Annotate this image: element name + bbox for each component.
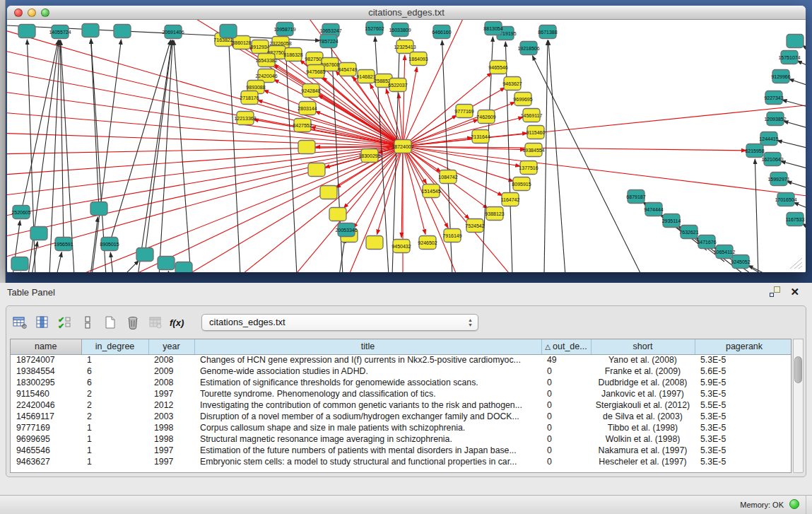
graph-node[interactable] [220,25,237,38]
graph-node[interactable]: 8905015 [100,238,119,251]
graph-node[interactable]: 15751074 [778,51,800,64]
graph-node[interactable]: 1956591 [54,238,73,251]
table-row[interactable]: 1830029562008Estimation of significance … [11,377,792,388]
graph-node[interactable]: 9242848 [301,84,320,98]
new-column-icon[interactable] [101,313,119,332]
graph-node[interactable]: 2803144 [298,102,317,115]
function-builder-icon[interactable]: f(x) [169,313,187,332]
table-row[interactable]: 977716911998Corpus callosum shape and si… [11,422,792,433]
show-columns-icon[interactable] [33,313,52,332]
graph-node[interactable]: 10958719 [273,23,295,36]
graph-node[interactable]: 1167533 [786,213,805,226]
graph-node[interactable] [90,202,107,216]
select-rows-icon[interactable]: ✔✔ [56,313,74,332]
graph-node[interactable]: 1514545 [421,185,440,198]
column-header-short[interactable]: short [591,339,695,354]
network-window[interactable]: citations_edges.txt 18724007716382288601… [7,6,806,272]
column-header-pagerank[interactable]: pagerank [695,339,792,354]
column-header-year[interactable]: year [148,339,194,354]
graph-node[interactable]: 18300295 [358,149,380,163]
graph-node[interactable] [320,186,337,199]
close-panel-icon[interactable]: ✕ [790,286,799,297]
table-row[interactable]: 946554611997Estimation of the future num… [11,445,792,456]
window-resize-grip[interactable] [787,257,803,269]
scrollbar-thumb[interactable] [794,356,802,383]
graph-node[interactable]: 2935114 [662,214,681,228]
graph-node[interactable]: 9129966 [771,70,790,83]
graph-node[interactable]: 19384554 [522,144,544,157]
graph-node[interactable]: 20053346 [335,223,357,237]
table-mode-icon[interactable]: ⚙ [11,313,29,332]
graph-node[interactable] [175,262,192,273]
graph-node[interactable]: 16033809 [389,23,411,37]
column-header-title[interactable]: title [194,339,541,354]
graph-node[interactable]: 15992971 [767,173,789,186]
graph-node[interactable]: 1164742 [501,193,520,206]
graph-node[interactable]: 7462609 [476,110,495,124]
graph-node[interactable]: 12093852 [764,112,786,126]
table-row[interactable]: 969969511998Structural magnetic resonanc… [11,433,792,445]
graph-node[interactable]: 9245052 [731,255,750,269]
table-row[interactable]: 1872400712008Changes of HCN gene express… [11,354,792,366]
graph-node[interactable]: 14055724 [49,25,71,39]
graph-node[interactable]: 6879187 [626,190,645,204]
graph-node[interactable]: 9388123 [485,207,504,221]
column-header-in_degree[interactable]: in_degree [81,339,148,354]
graph-node[interactable] [298,141,315,154]
graph-node[interactable]: 8471676 [697,235,716,249]
column-header-out_degree[interactable]: △out_de... [541,339,591,354]
graph-node[interactable]: 19218506 [517,42,539,55]
graph-node[interactable]: 7524542 [465,219,484,233]
table-row[interactable]: 1938455462009Genome-wide association stu… [11,366,792,377]
graph-node[interactable]: 9463627 [502,77,522,90]
graph-node[interactable]: 9777169 [454,105,473,118]
graph-node[interactable] [366,236,383,250]
graph-node[interactable]: 9699695 [513,93,532,106]
panel-splitter[interactable] [0,278,812,283]
row-height-icon[interactable] [78,313,97,332]
table-row[interactable]: 1456911722003Disruption of a novel membe… [11,411,792,422]
graph-node[interactable]: 9465546 [488,61,507,74]
table-select-dropdown[interactable]: citations_edges.txt ▲▼ [201,314,478,331]
window-titlebar[interactable]: citations_edges.txt [7,6,806,20]
graph-node[interactable] [329,208,346,221]
graph-node[interactable] [11,257,28,271]
graph-node[interactable]: 8215958 [745,144,764,158]
graph-node[interactable]: 7632621 [679,226,698,239]
graph-node[interactable]: 9475685 [306,65,325,78]
graph-node[interactable] [136,248,153,262]
graph-node[interactable]: 17016504 [775,193,796,206]
graph-node[interactable]: 7916149 [442,229,461,243]
import-table-icon[interactable] [146,313,165,332]
graph-node[interactable]: 2520605 [11,206,30,219]
graph-node[interactable]: 12325413 [394,40,416,54]
graph-node[interactable]: 16210643 [761,153,783,166]
graph-node[interactable]: 8454749 [338,63,357,76]
graph-node[interactable]: 8813054 [483,22,502,35]
graph-node[interactable]: 7857224 [319,35,338,48]
graph-node[interactable]: 14569117 [521,109,543,122]
graph-node[interactable]: 9227343 [764,91,783,105]
graph-node[interactable]: 1084742 [438,170,457,184]
graph-node[interactable] [30,227,47,240]
graph-node[interactable]: 6522037 [388,78,407,92]
graph-node[interactable]: 8427552 [293,119,312,132]
graph-node[interactable] [82,24,99,37]
graph-node[interactable]: 9146821 [356,70,375,83]
graph-node[interactable] [18,25,35,38]
graph-node[interactable]: 1244415 [759,132,778,146]
table-row[interactable]: 946362711997Embryonic stem cells: a mode… [11,456,792,467]
graph-node[interactable]: 9474444 [644,203,663,216]
graph-node[interactable]: 12213363 [234,112,256,125]
graph-node[interactable]: 1864093 [408,52,428,66]
graph-node[interactable]: 2718176 [240,91,259,105]
graph-node[interactable]: 20691406 [162,25,184,39]
graph-node[interactable] [158,257,175,270]
graph-node[interactable]: 6466160 [432,25,451,39]
graph-node[interactable]: 9246502 [418,236,437,250]
table-row[interactable]: 2242004622012Investigating the contribut… [11,399,792,411]
graph-node[interactable]: 8095915 [512,177,531,191]
graph-node[interactable] [787,35,804,48]
graph-node[interactable]: 8186328 [283,48,302,62]
graph-node[interactable]: 8671388 [538,25,557,39]
